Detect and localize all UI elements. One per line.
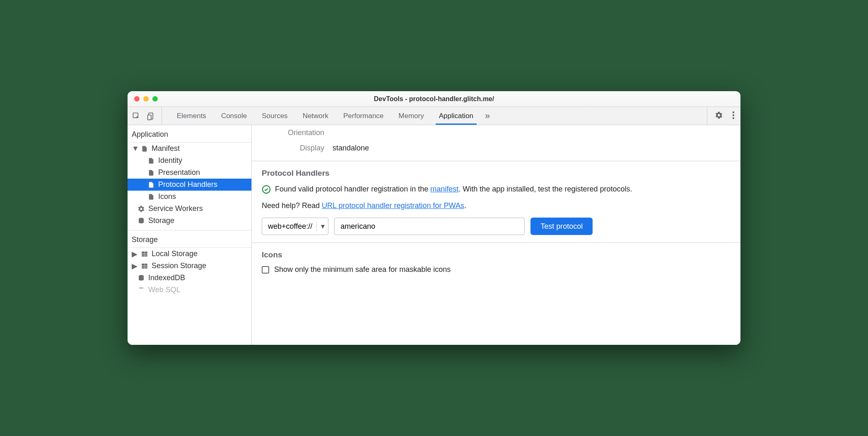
close-button[interactable] <box>134 96 140 102</box>
chevron-down-icon: ▼ <box>132 146 137 151</box>
field-orientation: Orientation <box>252 125 740 140</box>
help-link[interactable]: URL protocol handler registration for PW… <box>322 201 464 210</box>
file-icon <box>147 181 155 189</box>
protocol-test-row: web+coffee:// ▾ Test protocol <box>262 218 731 235</box>
display-value: standalone <box>333 144 369 153</box>
sidebar-item-icons[interactable]: Icons <box>128 191 251 203</box>
status-text: Found valid protocol handler registratio… <box>275 184 632 195</box>
sidebar-item-label: Web SQL <box>148 286 181 294</box>
maskable-checkbox-row[interactable]: Show only the minimum safe area for mask… <box>262 265 731 274</box>
sidebar-item-label: Session Storage <box>152 262 206 270</box>
section-protocol-handlers: Protocol Handlers Found valid protocol h… <box>252 161 740 242</box>
file-icon <box>147 193 155 201</box>
svg-rect-2 <box>148 115 151 120</box>
sidebar-item-label: Presentation <box>158 168 200 177</box>
table-icon <box>141 250 148 258</box>
orientation-label: Orientation <box>260 128 324 137</box>
sidebar-section-application: Application <box>128 125 251 143</box>
svg-point-5 <box>733 117 734 119</box>
devtools-toolbar: Elements Console Sources Network Perform… <box>128 107 740 125</box>
file-icon <box>147 157 155 165</box>
sidebar-item-label: Icons <box>158 192 176 201</box>
toolbar-right <box>707 107 736 125</box>
table-icon <box>141 262 148 270</box>
sidebar-item-label: Local Storage <box>152 249 198 258</box>
database-icon <box>137 274 145 282</box>
minimize-button[interactable] <box>143 96 149 102</box>
device-toolbar-icon[interactable] <box>147 111 156 121</box>
tab-application[interactable]: Application <box>432 107 481 125</box>
sidebar-item-local-storage[interactable]: ▶ Local Storage <box>128 248 251 260</box>
main-panel: Orientation Display standalone Protocol … <box>252 125 740 345</box>
traffic-lights <box>128 96 158 102</box>
sidebar-item-indexeddb[interactable]: IndexedDB <box>128 272 251 284</box>
svg-point-10 <box>139 287 144 289</box>
tab-memory[interactable]: Memory <box>391 107 431 125</box>
database-icon <box>137 217 145 225</box>
sidebar-item-web-sql[interactable]: Web SQL <box>128 284 251 296</box>
settings-icon[interactable] <box>713 109 725 123</box>
database-icon <box>137 286 145 294</box>
tab-performance[interactable]: Performance <box>336 107 391 125</box>
content-area: Application ▼ Manifest Identity Presenta… <box>128 125 740 345</box>
sidebar-item-label: Protocol Handlers <box>158 180 217 189</box>
sidebar-item-label: Service Workers <box>148 204 203 213</box>
toolbar-left-icons <box>132 107 162 125</box>
sidebar-item-storage[interactable]: Storage <box>128 215 251 227</box>
test-protocol-button[interactable]: Test protocol <box>530 218 593 235</box>
manifest-link[interactable]: manifest <box>430 185 458 193</box>
kebab-menu-icon[interactable] <box>731 109 736 123</box>
svg-point-4 <box>733 114 734 116</box>
sidebar-item-presentation[interactable]: Presentation <box>128 167 251 179</box>
sidebar-item-identity[interactable]: Identity <box>128 155 251 167</box>
tab-network[interactable]: Network <box>295 107 336 125</box>
tab-sources[interactable]: Sources <box>254 107 295 125</box>
titlebar: DevTools - protocol-handler.glitch.me/ <box>128 91 740 107</box>
tabs-overflow-icon[interactable]: » <box>481 111 494 121</box>
section-title: Protocol Handlers <box>262 169 731 178</box>
help-text: Need help? Read URL protocol handler reg… <box>262 201 731 210</box>
inspect-element-icon[interactable] <box>132 111 141 121</box>
check-circle-icon <box>262 185 271 197</box>
svg-point-3 <box>733 111 734 113</box>
section-icons: Icons Show only the minimum safe area fo… <box>252 242 740 281</box>
file-icon <box>141 145 148 153</box>
devtools-tabs: Elements Console Sources Network Perform… <box>162 107 707 125</box>
section-title: Icons <box>262 250 731 259</box>
checkbox-label: Show only the minimum safe area for mask… <box>274 265 451 274</box>
devtools-window: DevTools - protocol-handler.glitch.me/ E… <box>128 91 740 345</box>
checkbox-icon[interactable] <box>262 266 269 274</box>
chevron-right-icon: ▶ <box>132 264 137 269</box>
maximize-button[interactable] <box>152 96 158 102</box>
tab-console[interactable]: Console <box>214 107 254 125</box>
status-message: Found valid protocol handler registratio… <box>262 184 731 197</box>
sidebar-item-manifest[interactable]: ▼ Manifest <box>128 143 251 155</box>
dropdown-value: web+coffee:// <box>268 222 312 231</box>
sidebar-item-session-storage[interactable]: ▶ Session Storage <box>128 260 251 272</box>
gear-icon <box>137 205 145 213</box>
sidebar-section-storage: Storage <box>128 230 251 248</box>
sidebar-item-service-workers[interactable]: Service Workers <box>128 203 251 215</box>
application-sidebar: Application ▼ Manifest Identity Presenta… <box>128 125 252 345</box>
field-display: Display standalone <box>252 140 740 161</box>
chevron-down-icon: ▾ <box>316 222 325 231</box>
display-label: Display <box>260 144 324 153</box>
window-title: DevTools - protocol-handler.glitch.me/ <box>128 95 740 103</box>
file-icon <box>147 169 155 177</box>
sidebar-item-label: Identity <box>158 156 182 165</box>
protocol-scheme-dropdown[interactable]: web+coffee:// ▾ <box>262 218 328 235</box>
protocol-path-input[interactable] <box>334 218 525 235</box>
sidebar-item-label: IndexedDB <box>148 274 185 282</box>
tab-elements[interactable]: Elements <box>169 107 214 125</box>
sidebar-item-protocol-handlers[interactable]: Protocol Handlers <box>128 179 251 191</box>
chevron-right-icon: ▶ <box>132 252 137 257</box>
sidebar-item-label: Manifest <box>152 144 180 153</box>
sidebar-item-label: Storage <box>148 216 174 225</box>
